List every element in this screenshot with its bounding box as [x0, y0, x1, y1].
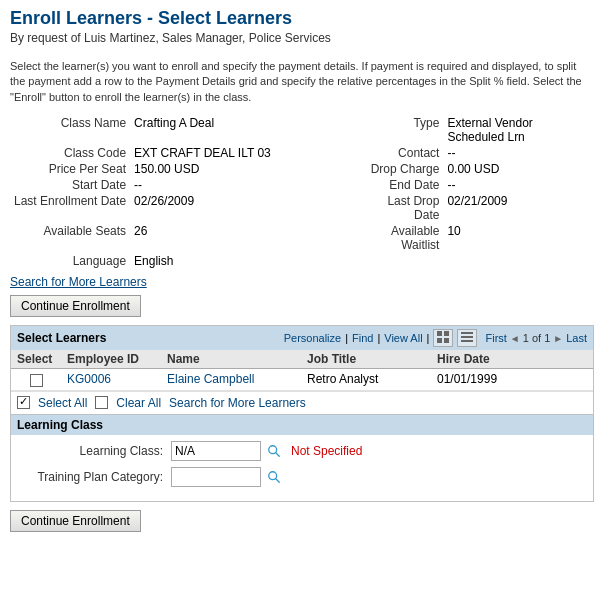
training-plan-search-icon[interactable]: [265, 468, 283, 486]
start-date-label: Start Date: [10, 177, 130, 193]
last-enrollment-value: 02/26/2009: [130, 193, 363, 223]
row-name: Elaine Campbell: [161, 369, 301, 390]
end-date-label: End Date: [363, 177, 443, 193]
select-actions-row: Select All Clear All Search for More Lea…: [11, 391, 593, 414]
employee-id-link[interactable]: KG0006: [67, 372, 111, 386]
language-label: Language: [10, 253, 130, 269]
continue-enrollment-button-bottom[interactable]: Continue Enrollment: [10, 510, 141, 532]
svg-line-8: [276, 452, 280, 456]
type-value: External Vendor Scheduled Lrn: [443, 115, 594, 145]
class-code-value: EXT CRAFT DEAL ILT 03: [130, 145, 363, 161]
svg-rect-0: [437, 331, 442, 336]
col-name: Name: [161, 350, 301, 369]
class-code-label: Class Code: [10, 145, 130, 161]
find-link[interactable]: Find: [352, 332, 373, 344]
clear-all-link[interactable]: Clear All: [116, 396, 161, 410]
training-plan-input[interactable]: [171, 467, 261, 487]
learners-table: Select Employee ID Name Job Title Hire D…: [11, 350, 593, 390]
table-row: KG0006 Elaine Campbell Retro Analyst 01/…: [11, 369, 593, 390]
col-select: Select: [11, 350, 61, 369]
select-learners-panel: Select Learners Personalize | Find | Vie…: [10, 325, 594, 414]
learning-class-row: Learning Class: Not Specified: [21, 441, 583, 461]
last-drop-value: 02/21/2009: [443, 193, 594, 223]
available-waitlist-label: Available Waitlist: [363, 223, 443, 253]
contact-value: --: [443, 145, 594, 161]
col-hire-date: Hire Date: [431, 350, 593, 369]
row-select-checkbox[interactable]: [11, 369, 61, 390]
learning-class-status: Not Specified: [291, 444, 362, 458]
select-all-link[interactable]: Select All: [38, 396, 87, 410]
list-view-icon[interactable]: [457, 329, 477, 347]
class-name-label: Class Name: [10, 115, 130, 145]
svg-rect-4: [461, 332, 473, 334]
drop-charge-value: 0.00 USD: [443, 161, 594, 177]
svg-rect-3: [444, 338, 449, 343]
clear-all-checkbox[interactable]: [95, 396, 108, 409]
available-waitlist-value: 10: [443, 223, 594, 253]
language-value: English: [130, 253, 363, 269]
grid-view-icon[interactable]: [433, 329, 453, 347]
row-job-title: Retro Analyst: [301, 369, 431, 390]
panel-header-actions: Personalize | Find | View All | First ◄ …: [284, 329, 587, 347]
end-date-value: --: [443, 177, 594, 193]
learning-class-search-icon[interactable]: [265, 442, 283, 460]
price-per-seat-label: Price Per Seat: [10, 161, 130, 177]
svg-rect-2: [437, 338, 442, 343]
first-page-link[interactable]: First: [485, 332, 506, 344]
learning-class-label: Learning Class:: [21, 444, 171, 458]
drop-charge-label: Drop Charge: [363, 161, 443, 177]
training-plan-label: Training Plan Category:: [21, 470, 171, 484]
last-enrollment-label: Last Enrollment Date: [10, 193, 130, 223]
class-info-table: Class Name Crafting A Deal Type External…: [10, 115, 594, 269]
employee-name-link[interactable]: Elaine Campbell: [167, 372, 254, 386]
continue-enrollment-button-top[interactable]: Continue Enrollment: [10, 295, 141, 317]
svg-rect-6: [461, 340, 473, 342]
price-per-seat-value: 150.00 USD: [130, 161, 363, 177]
class-name-value: Crafting A Deal: [130, 115, 363, 145]
search-more-link-bottom[interactable]: Search for More Learners: [169, 396, 306, 410]
col-employee-id: Employee ID: [61, 350, 161, 369]
select-learners-header: Select Learners Personalize | Find | Vie…: [11, 326, 593, 350]
col-job-title: Job Title: [301, 350, 431, 369]
personalize-link[interactable]: Personalize: [284, 332, 341, 344]
select-all-checkbox[interactable]: [17, 396, 30, 409]
learning-class-header: Learning Class: [11, 415, 593, 435]
training-plan-row: Training Plan Category:: [21, 467, 583, 487]
svg-line-10: [276, 478, 280, 482]
search-more-link-top[interactable]: Search for More Learners: [10, 275, 147, 289]
start-date-value: --: [130, 177, 363, 193]
prev-page-arrow[interactable]: ◄: [510, 333, 520, 344]
page-subtitle: By request of Luis Martinez, Sales Manag…: [10, 31, 594, 45]
contact-label: Contact: [363, 145, 443, 161]
svg-rect-1: [444, 331, 449, 336]
type-label: Type: [363, 115, 443, 145]
available-seats-label: Available Seats: [10, 223, 130, 253]
page-description: Select the learner(s) you want to enroll…: [10, 59, 594, 105]
next-page-arrow[interactable]: ►: [553, 333, 563, 344]
view-all-link[interactable]: View All: [384, 332, 422, 344]
row-employee-id: KG0006: [61, 369, 161, 390]
pagination-info: 1 of 1: [523, 332, 551, 344]
row-hire-date: 01/01/1999: [431, 369, 593, 390]
last-page-link[interactable]: Last: [566, 332, 587, 344]
learning-class-body: Learning Class: Not Specified Training P…: [11, 435, 593, 501]
svg-rect-5: [461, 336, 473, 338]
learning-class-input[interactable]: [171, 441, 261, 461]
select-learners-title: Select Learners: [17, 331, 106, 345]
learning-class-section: Learning Class Learning Class: Not Speci…: [10, 415, 594, 502]
available-seats-value: 26: [130, 223, 363, 253]
last-drop-label: Last Drop Date: [363, 193, 443, 223]
page-title: Enroll Learners - Select Learners: [10, 8, 594, 29]
